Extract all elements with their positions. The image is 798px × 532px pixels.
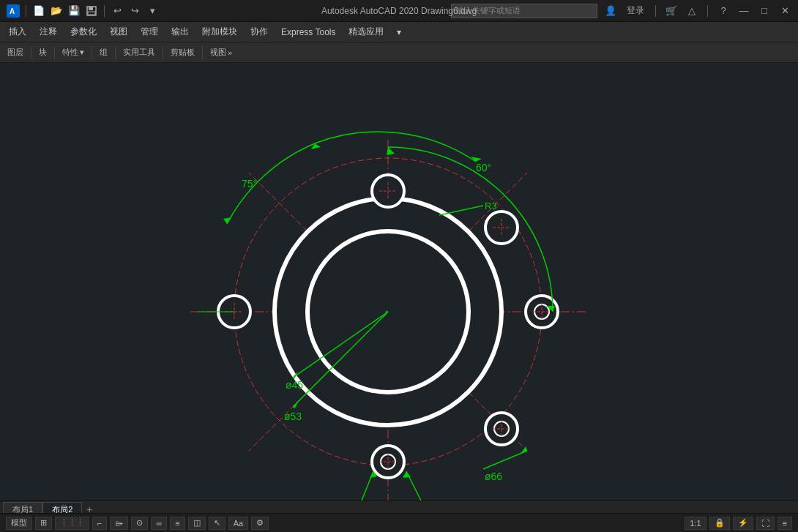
- separator: [104, 5, 105, 17]
- transparency-btn[interactable]: ◫: [188, 517, 206, 530]
- menu-addons[interactable]: 附加模块: [196, 23, 243, 40]
- svg-text:ø45: ø45: [286, 379, 303, 391]
- autocad-logo-icon[interactable]: A: [6, 4, 20, 18]
- svg-text:A: A: [10, 7, 15, 15]
- more-icon[interactable]: ▾: [145, 4, 160, 18]
- snap-btn[interactable]: ⋮⋮⋮: [55, 517, 89, 530]
- status-right: 1:1 🔒 ⚡ ⛶ ≡: [685, 517, 792, 530]
- minimize-icon[interactable]: —: [737, 4, 751, 18]
- svg-text:ø53: ø53: [284, 411, 302, 422]
- settings-btn[interactable]: ≡: [778, 517, 792, 530]
- separator: [655, 5, 656, 17]
- chevron-down-icon: »: [228, 48, 232, 57]
- maximize-icon[interactable]: □: [757, 4, 772, 18]
- toolbar-properties-label: 特性: [62, 47, 78, 58]
- lineweight-btn[interactable]: ≡: [170, 517, 184, 530]
- cart-icon[interactable]: 🛒: [664, 4, 679, 18]
- model-btn[interactable]: 模型: [6, 517, 32, 530]
- otrack-btn[interactable]: ∞: [151, 517, 167, 530]
- menu-featured-apps[interactable]: 精选应用: [343, 23, 389, 40]
- toolbar: 图层 块 特性 ▾ 组 实用工具 剪贴板 视图 »: [0, 42, 798, 63]
- cad-drawing: 60° 75° R3 ø45 ø53 ø66 ø6 ø11: [0, 63, 798, 501]
- svg-text:60°: 60°: [476, 162, 491, 173]
- separator: [31, 46, 31, 59]
- fullscreen-btn[interactable]: ⛶: [756, 517, 775, 530]
- svg-text:75°: 75°: [242, 178, 257, 190]
- help-icon[interactable]: ?: [716, 4, 731, 18]
- menu-bar: 插入 注释 参数化 视图 管理 输出 附加模块 协作 Express Tools…: [0, 22, 798, 42]
- redo-icon[interactable]: ↪: [127, 4, 142, 18]
- save-as-icon[interactable]: [84, 4, 99, 18]
- menu-collaborate[interactable]: 协作: [245, 23, 274, 40]
- close-icon[interactable]: ✕: [778, 4, 792, 18]
- status-bar: 模型 ⊞ ⋮⋮⋮ ⌐ ⌲ ⊙ ∞ ≡ ◫ ↖ Aa ⚙ 1:1 🔒 ⚡ ⛶ ≡: [0, 513, 798, 532]
- toolbar-clipboard[interactable]: 剪贴板: [166, 45, 199, 59]
- title-right-controls: 输入关键字或短语 👤 登录 🛒 △ ? — □ ✕: [451, 4, 792, 18]
- selection-btn[interactable]: ↖: [209, 517, 225, 530]
- open-icon[interactable]: 📂: [49, 4, 64, 18]
- menu-insert[interactable]: 插入: [3, 23, 32, 40]
- save-icon[interactable]: 💾: [67, 4, 81, 18]
- user-icon[interactable]: 👤: [603, 4, 618, 18]
- lock-btn[interactable]: 🔒: [709, 517, 730, 530]
- toolbar-utilities[interactable]: 实用工具: [119, 45, 160, 59]
- menu-annotate[interactable]: 注释: [34, 23, 63, 40]
- annotation-scale-label: 1:1: [690, 519, 701, 528]
- separator: [54, 46, 55, 59]
- svg-rect-3: [89, 7, 93, 10]
- chevron-down-icon: ▾: [80, 48, 84, 57]
- polar-btn[interactable]: ⌲: [110, 517, 128, 530]
- annotation-btn[interactable]: Aa: [228, 517, 248, 530]
- separator: [115, 46, 116, 59]
- menu-parametric[interactable]: 参数化: [64, 23, 102, 40]
- separator: [92, 46, 92, 59]
- annotation-scale[interactable]: 1:1: [685, 517, 706, 530]
- menu-express-tools[interactable]: Express Tools: [275, 25, 341, 40]
- toolbar-view[interactable]: 视图 »: [206, 45, 236, 59]
- hardware-accel[interactable]: ⚡: [733, 517, 753, 530]
- toolbar-view-label: 视图: [210, 47, 226, 58]
- menu-manage[interactable]: 管理: [135, 23, 164, 40]
- menu-output[interactable]: 输出: [165, 23, 195, 40]
- grid-btn[interactable]: ⊞: [35, 517, 52, 530]
- toolbar-block[interactable]: 块: [34, 45, 51, 59]
- menu-more[interactable]: ▾: [391, 25, 407, 40]
- toolbar-layer[interactable]: 图层: [3, 45, 28, 59]
- quick-access-toolbar: A 📄 📂 💾 ↩ ↪ ▾: [6, 4, 160, 18]
- separator: [707, 5, 708, 17]
- separator: [163, 46, 163, 59]
- separator: [202, 46, 203, 59]
- separator: [26, 5, 26, 17]
- drawing-area[interactable]: 框]: [0, 63, 798, 501]
- menu-view[interactable]: 视图: [104, 23, 133, 40]
- workspace-btn[interactable]: ⚙: [251, 517, 269, 530]
- title-bar: A 📄 📂 💾 ↩ ↪ ▾ Autodesk AutoCAD 2020 Draw…: [0, 0, 798, 22]
- osnap-btn[interactable]: ⊙: [131, 517, 148, 530]
- new-icon[interactable]: 📄: [31, 4, 46, 18]
- share-icon[interactable]: △: [685, 4, 699, 18]
- ortho-btn[interactable]: ⌐: [92, 517, 107, 530]
- toolbar-properties[interactable]: 特性 ▾: [58, 45, 89, 59]
- svg-text:ø66: ø66: [485, 471, 502, 482]
- status-left: 模型 ⊞ ⋮⋮⋮ ⌐ ⌲ ⊙ ∞ ≡ ◫ ↖ Aa ⚙: [6, 517, 269, 530]
- undo-icon[interactable]: ↩: [110, 4, 124, 18]
- toolbar-group[interactable]: 组: [95, 45, 112, 59]
- title-text: Autodesk AutoCAD 2020 Drawing6.dwg: [321, 6, 477, 16]
- login-btn[interactable]: 登录: [624, 4, 647, 18]
- svg-rect-4: [88, 12, 95, 15]
- svg-text:R3: R3: [485, 201, 497, 211]
